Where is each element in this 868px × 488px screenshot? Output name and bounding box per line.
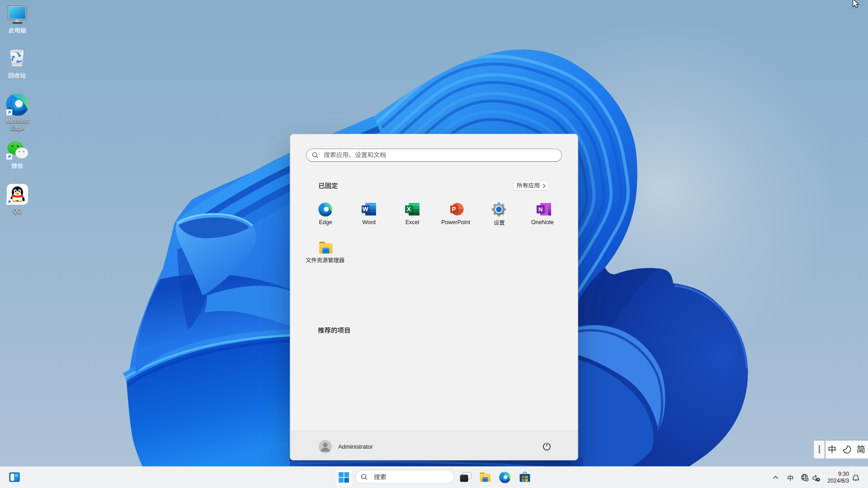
svg-text:N: N (538, 206, 543, 213)
svg-text:P: P (452, 206, 456, 212)
svg-text:W: W (363, 206, 368, 212)
svg-text:X: X (407, 206, 411, 212)
